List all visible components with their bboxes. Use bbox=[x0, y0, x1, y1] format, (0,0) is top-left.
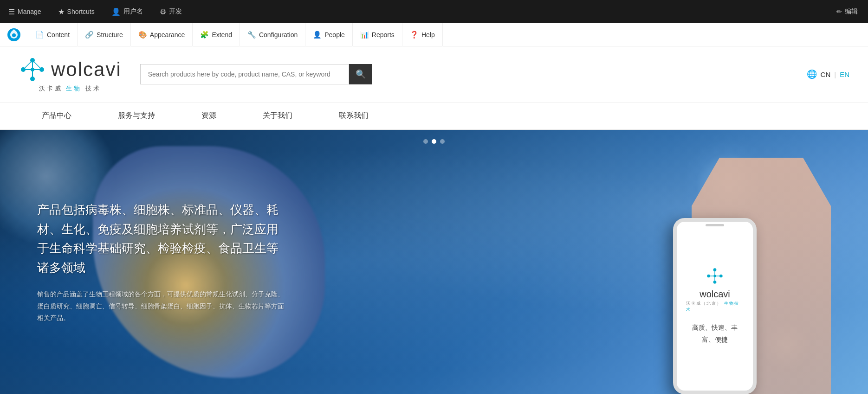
globe-icon: 🌐 bbox=[807, 69, 817, 79]
hero-desc: 销售的产品涵盖了生物工程领域的各个方面，可提供优质的常规生化试剂、分子克隆、蛋白… bbox=[37, 289, 288, 324]
settings-label: 开发 bbox=[169, 7, 182, 16]
nav-products-label: 产品中心 bbox=[42, 111, 71, 119]
nav-about-label: 关于我们 bbox=[263, 111, 292, 119]
lang-separator: | bbox=[834, 71, 836, 78]
svg-point-1 bbox=[12, 33, 16, 37]
nav-item-structure[interactable]: 🔗 Structure bbox=[78, 23, 131, 46]
nav-content-label: Content bbox=[47, 31, 70, 38]
slide-indicator bbox=[423, 139, 445, 144]
nav-item-configuration[interactable]: 🔧 Configuration bbox=[240, 23, 305, 46]
appearance-icon: 🎨 bbox=[138, 31, 147, 39]
nav-extend-label: Extend bbox=[212, 31, 232, 38]
nav-services-label: 服务与支持 bbox=[118, 111, 155, 119]
nav-item-reports[interactable]: 📊 Reports bbox=[353, 23, 402, 46]
nav-about[interactable]: 关于我们 bbox=[240, 103, 316, 129]
extend-icon: 🧩 bbox=[200, 31, 209, 39]
manage-button[interactable]: ☰ Manage bbox=[5, 0, 45, 23]
logo-text-cn: 沃卡威 生物 技术 bbox=[39, 84, 101, 93]
site-logo[interactable]: wolcavi 沃卡威 生物 技术 bbox=[19, 56, 122, 93]
site-header: wolcavi 沃卡威 生物 技术 🔍 🌐 CN | EN bbox=[0, 46, 868, 103]
slide-dot-1[interactable] bbox=[423, 139, 428, 144]
logo-cn-prefix: 沃卡威 bbox=[39, 85, 63, 92]
nav-resources[interactable]: 资源 bbox=[178, 103, 240, 129]
search-input[interactable] bbox=[140, 64, 349, 84]
logo-container: wolcavi bbox=[19, 56, 122, 83]
manage-label: Manage bbox=[18, 8, 41, 15]
svg-line-12 bbox=[32, 60, 42, 70]
lang-switcher: 🌐 CN | EN bbox=[807, 69, 849, 79]
search-button[interactable]: 🔍 bbox=[349, 64, 372, 84]
slide-dot-3[interactable] bbox=[440, 139, 445, 144]
nav-services[interactable]: 服务与支持 bbox=[95, 103, 178, 129]
phone-logo-icon bbox=[706, 267, 724, 285]
phone-screen: wolcavi 沃卡威（北京） 生物技术 高质、快速、丰富、便捷 bbox=[677, 222, 753, 391]
svg-line-11 bbox=[23, 60, 32, 70]
nav-contact[interactable]: 联系我们 bbox=[316, 103, 392, 129]
lang-cn-button[interactable]: CN bbox=[821, 71, 831, 78]
settings-button[interactable]: ⚙ 开发 bbox=[156, 0, 186, 23]
nav-people-label: People bbox=[324, 31, 345, 38]
user-icon: 👤 bbox=[111, 7, 121, 16]
nav-item-appearance[interactable]: 🎨 Appearance bbox=[131, 23, 193, 46]
phone-mockup: wolcavi 沃卡威（北京） 生物技术 高质、快速、丰富、便捷 bbox=[673, 218, 757, 394]
gear-icon: ⚙ bbox=[160, 7, 166, 16]
nav-products[interactable]: 产品中心 bbox=[19, 103, 95, 129]
user-label: 用户名 bbox=[123, 7, 143, 16]
phone-sub-prefix: 沃卡威（北京） bbox=[686, 301, 722, 306]
site-nav: 产品中心 服务与支持 资源 关于我们 联系我们 bbox=[0, 103, 868, 130]
phone-logo-text: wolcavi bbox=[700, 289, 730, 300]
user-button[interactable]: 👤 用户名 bbox=[108, 0, 147, 23]
phone-sub: 沃卡威（北京） 生物技术 bbox=[686, 301, 744, 313]
pencil-icon: ✏ bbox=[836, 8, 842, 15]
logo-text-en: wolcavi bbox=[51, 58, 122, 81]
nav-item-help[interactable]: ❓ Help bbox=[402, 23, 443, 46]
structure-icon: 🔗 bbox=[85, 31, 94, 39]
nav-appearance-label: Appearance bbox=[150, 31, 185, 38]
help-icon: ❓ bbox=[410, 31, 419, 39]
drupal-logo[interactable] bbox=[5, 26, 23, 44]
nav-reports-label: Reports bbox=[372, 31, 395, 38]
shortcuts-label: Shortcuts bbox=[67, 8, 95, 15]
edit-button[interactable]: ✏ 编辑 bbox=[831, 7, 863, 16]
wolcavi-node-icon bbox=[19, 56, 46, 83]
people-icon: 👤 bbox=[313, 31, 322, 39]
phone-tagline: 高质、快速、丰富、便捷 bbox=[686, 322, 744, 345]
phone-notch bbox=[706, 224, 724, 226]
hero-content: 产品包括病毒株、细胞株、标准品、仪器、耗材、生化、免疫及细胞培养试剂等，广泛应用… bbox=[0, 173, 325, 352]
logo-cn-suffix: 技术 bbox=[85, 85, 101, 92]
drupal-logo-icon bbox=[6, 27, 21, 42]
content-icon: 📄 bbox=[35, 31, 44, 39]
nav-contact-label: 联系我们 bbox=[339, 111, 369, 119]
logo-cn-highlight: 生物 bbox=[66, 85, 82, 92]
slide-dot-2[interactable] bbox=[432, 139, 436, 144]
admin-toolbar: ☰ Manage ★ Shortcuts 👤 用户名 ⚙ 开发 ✏ 编辑 bbox=[0, 0, 868, 23]
hamburger-icon: ☰ bbox=[8, 7, 15, 16]
drupal-nav: 📄 Content 🔗 Structure 🎨 Appearance 🧩 Ext… bbox=[0, 23, 868, 46]
configuration-icon: 🔧 bbox=[247, 31, 256, 39]
toolbar-right: ✏ 编辑 bbox=[831, 7, 863, 16]
nav-item-content[interactable]: 📄 Content bbox=[28, 23, 78, 46]
nav-item-people[interactable]: 👤 People bbox=[305, 23, 353, 46]
nav-structure-label: Structure bbox=[97, 31, 123, 38]
star-icon: ★ bbox=[58, 7, 65, 16]
hero-title: 产品包括病毒株、细胞株、标准品、仪器、耗材、生化、免疫及细胞培养试剂等，广泛应用… bbox=[37, 200, 288, 277]
shortcuts-button[interactable]: ★ Shortcuts bbox=[54, 0, 98, 23]
nav-item-extend[interactable]: 🧩 Extend bbox=[193, 23, 240, 46]
search-icon: 🔍 bbox=[356, 69, 366, 79]
lang-en-button[interactable]: EN bbox=[840, 71, 849, 78]
search-container: 🔍 bbox=[140, 64, 372, 84]
reports-icon: 📊 bbox=[360, 31, 369, 39]
hero-banner: 产品包括病毒株、细胞株、标准品、仪器、耗材、生化、免疫及细胞培养试剂等，广泛应用… bbox=[0, 130, 868, 394]
edit-label: 编辑 bbox=[845, 7, 858, 16]
nav-help-label: Help bbox=[421, 31, 435, 38]
phone-container: wolcavi 沃卡威（北京） 生物技术 高质、快速、丰富、便捷 bbox=[673, 139, 775, 394]
nav-configuration-label: Configuration bbox=[259, 31, 298, 38]
nav-resources-label: 资源 bbox=[201, 111, 216, 119]
